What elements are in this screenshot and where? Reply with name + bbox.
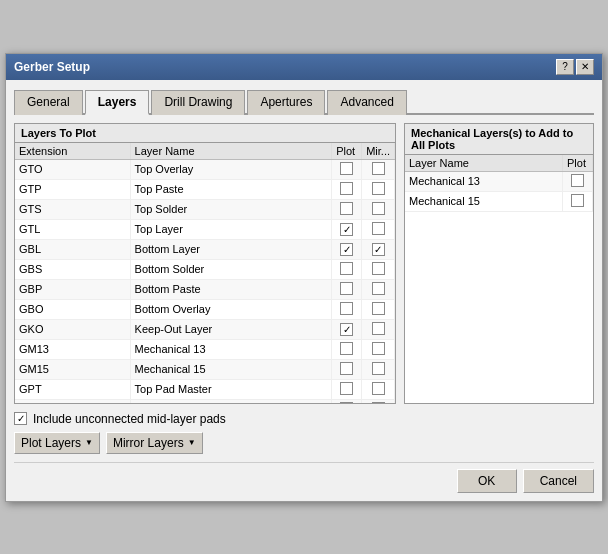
layer-mirror-checkbox[interactable] [372,222,385,235]
layer-mirror-checkbox[interactable] [372,243,385,256]
mechanical-table: Layer Name Plot Mechanical 13Mechanical … [405,155,593,212]
layer-button-row: Plot Layers ▼ Mirror Layers ▼ [14,432,594,454]
layer-plot-checkbox[interactable] [340,282,353,295]
layer-plot-cell[interactable] [332,259,362,279]
layer-plot-checkbox[interactable] [340,162,353,175]
layer-name: Top Layer [130,219,332,239]
layer-plot-checkbox[interactable] [340,323,353,336]
layer-plot-checkbox[interactable] [340,302,353,315]
title-bar: Gerber Setup ? ✕ [6,54,602,80]
layer-mirror-cell[interactable] [362,299,395,319]
mech-plot-checkbox[interactable] [571,194,584,207]
cancel-button[interactable]: Cancel [523,469,594,493]
layer-mirror-cell[interactable] [362,179,395,199]
tab-advanced[interactable]: Advanced [327,90,406,115]
layer-mirror-checkbox[interactable] [372,342,385,355]
layer-plot-cell[interactable] [332,199,362,219]
layer-name: Bottom Paste [130,279,332,299]
table-row: GBLBottom Layer [15,239,395,259]
tab-drill-drawing[interactable]: Drill Drawing [151,90,245,115]
tab-general[interactable]: General [14,90,83,115]
layer-mirror-checkbox[interactable] [372,322,385,335]
table-row: GPTTop Pad Master [15,379,395,399]
layer-plot-checkbox[interactable] [340,262,353,275]
layer-plot-checkbox[interactable] [340,362,353,375]
mech-plot-cell[interactable] [563,171,593,191]
layer-plot-cell[interactable] [332,339,362,359]
mech-layer-name: Mechanical 15 [405,191,563,211]
layer-mirror-checkbox[interactable] [372,302,385,315]
layer-plot-cell[interactable] [332,399,362,403]
layer-mirror-cell[interactable] [362,219,395,239]
layer-mirror-checkbox[interactable] [372,382,385,395]
layer-name: Bottom Overlay [130,299,332,319]
layer-plot-cell[interactable] [332,179,362,199]
mechanical-table-scroll[interactable]: Layer Name Plot Mechanical 13Mechanical … [405,155,593,212]
layer-mirror-checkbox[interactable] [372,282,385,295]
layer-plot-cell[interactable] [332,239,362,259]
layer-mirror-cell[interactable] [362,359,395,379]
mech-plot-checkbox[interactable] [571,174,584,187]
layer-name: Keep-Out Layer [130,319,332,339]
layer-plot-cell[interactable] [332,359,362,379]
layer-mirror-cell[interactable] [362,259,395,279]
layer-plot-checkbox[interactable] [340,202,353,215]
layers-to-plot-panel: Layers To Plot Extension Layer Name Plot… [14,123,396,404]
layer-mirror-cell[interactable] [362,399,395,403]
layer-name: Bottom Layer [130,239,332,259]
layer-plot-cell[interactable] [332,319,362,339]
layer-extension: GBP [15,279,130,299]
layer-name: Top Solder [130,199,332,219]
mirror-layers-label: Mirror Layers [113,436,184,450]
help-button[interactable]: ? [556,59,574,75]
tab-layers[interactable]: Layers [85,90,150,115]
layer-mirror-cell[interactable] [362,319,395,339]
layer-extension: GM15 [15,359,130,379]
mech-plot-cell[interactable] [563,191,593,211]
layer-plot-cell[interactable] [332,219,362,239]
layer-plot-cell[interactable] [332,279,362,299]
table-row: GTSTop Solder [15,199,395,219]
layer-plot-checkbox[interactable] [340,243,353,256]
ok-button[interactable]: OK [457,469,517,493]
window-body: General Layers Drill Drawing Apertures A… [6,80,602,501]
title-bar-buttons: ? ✕ [556,59,594,75]
layer-mirror-checkbox[interactable] [372,162,385,175]
layer-mirror-checkbox[interactable] [372,182,385,195]
layer-plot-cell[interactable] [332,299,362,319]
layer-plot-checkbox[interactable] [340,182,353,195]
layer-mirror-cell[interactable] [362,239,395,259]
layer-mirror-checkbox[interactable] [372,362,385,375]
layers-to-plot-header: Layers To Plot [15,124,395,143]
layer-name: Mechanical 13 [130,339,332,359]
gerber-setup-window: Gerber Setup ? ✕ General Layers Drill Dr… [5,53,603,502]
layer-plot-cell[interactable] [332,159,362,179]
layer-plot-checkbox[interactable] [340,223,353,236]
layer-plot-checkbox[interactable] [340,342,353,355]
layer-mirror-cell[interactable] [362,199,395,219]
layer-mirror-checkbox[interactable] [372,202,385,215]
layer-mirror-cell[interactable] [362,379,395,399]
include-midlayer-checkbox[interactable] [14,412,27,425]
layer-extension: GBS [15,259,130,279]
tab-apertures[interactable]: Apertures [247,90,325,115]
layers-table: Extension Layer Name Plot Mir... GTOTop … [15,143,395,403]
mirror-layers-button[interactable]: Mirror Layers ▼ [106,432,203,454]
layer-name: Mechanical 15 [130,359,332,379]
layer-mirror-cell[interactable] [362,159,395,179]
close-button[interactable]: ✕ [576,59,594,75]
plot-layers-button[interactable]: Plot Layers ▼ [14,432,100,454]
layer-plot-checkbox[interactable] [340,402,353,403]
layer-plot-cell[interactable] [332,379,362,399]
layer-extension: GTL [15,219,130,239]
table-row: GKOKeep-Out Layer [15,319,395,339]
table-row: GTOTop Overlay [15,159,395,179]
footer-buttons: OK Cancel [14,462,594,493]
layer-mirror-checkbox[interactable] [372,262,385,275]
layers-table-scroll[interactable]: Extension Layer Name Plot Mir... GTOTop … [15,143,395,403]
layer-name: Bottom Solder [130,259,332,279]
layer-mirror-checkbox[interactable] [372,402,385,403]
layer-mirror-cell[interactable] [362,279,395,299]
layer-plot-checkbox[interactable] [340,382,353,395]
layer-mirror-cell[interactable] [362,339,395,359]
